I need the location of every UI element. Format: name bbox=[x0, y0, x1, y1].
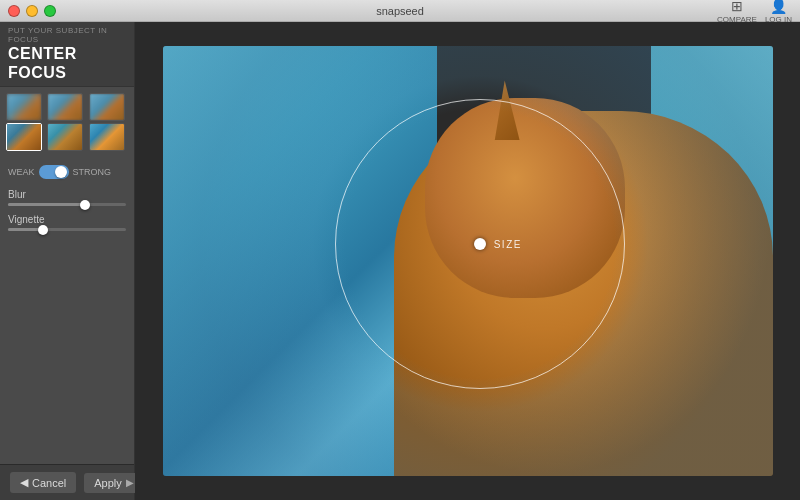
strong-label: STRONG bbox=[73, 167, 112, 177]
thumbnail-5[interactable] bbox=[47, 123, 83, 151]
tool-title: CENTER FOCUS bbox=[8, 44, 126, 82]
weak-label: WEAK bbox=[8, 167, 35, 177]
sidebar: PUT YOUR SUBJECT IN FOCUS CENTER FOCUS bbox=[0, 22, 135, 500]
thumbnail-img-4 bbox=[7, 124, 41, 150]
thumbnail-img-2 bbox=[48, 94, 82, 120]
toggle-knob bbox=[55, 166, 67, 178]
app-title: snapseed bbox=[376, 5, 424, 17]
blur-slider-group: Blur bbox=[8, 189, 126, 206]
thumbnail-img-1 bbox=[7, 94, 41, 120]
cancel-label: Cancel bbox=[32, 477, 66, 489]
thumbnail-6[interactable] bbox=[89, 123, 125, 151]
thumbnail-1[interactable] bbox=[6, 93, 42, 121]
thumbnail-img-5 bbox=[48, 124, 82, 150]
maximize-button[interactable] bbox=[44, 5, 56, 17]
compare-icon: ⊞ bbox=[731, 0, 743, 14]
strength-toggle-row: WEAK STRONG bbox=[8, 165, 126, 179]
cancel-arrow-icon: ◀ bbox=[20, 476, 28, 489]
vignette-knob[interactable] bbox=[38, 225, 48, 235]
title-bar-right: ⊞ COMPARE 👤 LOG IN bbox=[717, 0, 792, 24]
apply-arrow-icon: ▶ bbox=[126, 477, 134, 488]
thumbnail-grid bbox=[0, 87, 134, 157]
minimize-button[interactable] bbox=[26, 5, 38, 17]
vignette-label: Vignette bbox=[8, 214, 126, 225]
sidebar-header: PUT YOUR SUBJECT IN FOCUS CENTER FOCUS bbox=[0, 22, 134, 87]
thumbnail-img-3 bbox=[90, 94, 124, 120]
canvas-area: SIZE bbox=[135, 22, 800, 500]
thumbnail-img-6 bbox=[90, 124, 124, 150]
blur-fill bbox=[8, 203, 85, 206]
vignette-track[interactable] bbox=[8, 228, 126, 231]
login-button[interactable]: 👤 LOG IN bbox=[765, 0, 792, 24]
controls: WEAK STRONG Blur Vignette bbox=[0, 157, 134, 464]
apply-label: Apply bbox=[94, 477, 122, 489]
close-button[interactable] bbox=[8, 5, 20, 17]
title-bar: snapseed ⊞ COMPARE 👤 LOG IN bbox=[0, 0, 800, 22]
blur-knob[interactable] bbox=[80, 200, 90, 210]
blur-label: Blur bbox=[8, 189, 126, 200]
center-dot-handle[interactable] bbox=[474, 238, 486, 250]
vignette-slider-group: Vignette bbox=[8, 214, 126, 231]
window-controls bbox=[8, 5, 56, 17]
compare-button[interactable]: ⊞ COMPARE bbox=[717, 0, 757, 24]
blur-track[interactable] bbox=[8, 203, 126, 206]
bottom-bar: ◀ Cancel Apply ▶ bbox=[0, 464, 134, 500]
main-content: PUT YOUR SUBJECT IN FOCUS CENTER FOCUS bbox=[0, 22, 800, 500]
thumbnail-4[interactable] bbox=[6, 123, 42, 151]
thumbnail-3[interactable] bbox=[89, 93, 125, 121]
thumbnail-2[interactable] bbox=[47, 93, 83, 121]
strength-toggle[interactable] bbox=[39, 165, 69, 179]
cancel-button[interactable]: ◀ Cancel bbox=[10, 472, 76, 493]
sidebar-instruction: PUT YOUR SUBJECT IN FOCUS bbox=[8, 26, 126, 44]
photo-container[interactable]: SIZE bbox=[163, 46, 773, 476]
login-icon: 👤 bbox=[770, 0, 787, 14]
blur-overlay bbox=[163, 46, 773, 476]
